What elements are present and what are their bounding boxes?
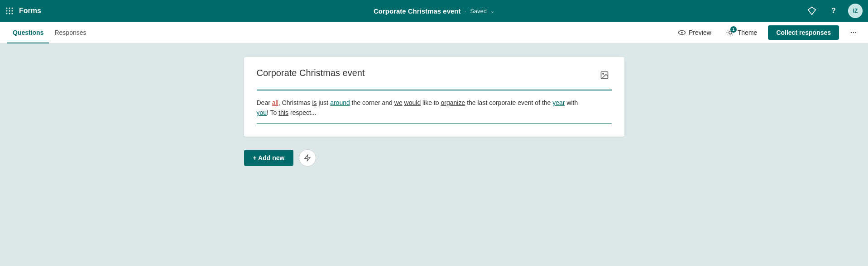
ai-suggest-button[interactable] [299, 149, 316, 166]
desc-dear: Dear [257, 99, 272, 106]
add-new-button[interactable]: + Add new [244, 150, 294, 166]
app-title: Forms [19, 7, 41, 15]
desc-organize: organize [441, 99, 465, 106]
main-content: Corporate Christmas event Dear all, Chri… [0, 43, 868, 266]
add-new-label: + Add new [253, 154, 285, 162]
svg-point-3 [6, 10, 8, 12]
sub-nav-right: Preview 1 Theme Collect responses ··· [674, 25, 861, 40]
more-options-button[interactable]: ··· [846, 25, 861, 40]
nav-center: Corporate Christmas event - Saved ⌄ [374, 7, 494, 15]
help-icon-button[interactable]: ? [826, 4, 841, 18]
svg-point-11 [681, 32, 683, 33]
desc-liketo: like to [421, 99, 441, 106]
nav-separator: - [465, 7, 467, 14]
saved-label: Saved [470, 8, 487, 14]
form-card: Corporate Christmas event Dear all, Chri… [244, 57, 624, 137]
diamond-icon-button[interactable] [805, 4, 819, 18]
theme-button[interactable]: 1 Theme [722, 25, 761, 40]
desc-all: all [272, 99, 278, 106]
top-navbar: Forms Corporate Christmas event - Saved … [0, 0, 868, 22]
form-card-title: Corporate Christmas event [257, 68, 365, 78]
svg-point-6 [6, 13, 8, 14]
svg-point-2 [12, 8, 13, 9]
svg-point-1 [9, 8, 10, 9]
image-icon-button[interactable] [597, 68, 612, 82]
desc-christmas: , Christmas [278, 99, 312, 106]
collect-responses-button[interactable]: Collect responses [768, 25, 839, 40]
desc-just: just [317, 99, 331, 106]
desc-year: year [552, 99, 565, 106]
svg-point-0 [6, 8, 8, 9]
desc-we: we [394, 99, 403, 106]
tab-group: Questions Responses [7, 22, 92, 43]
svg-point-4 [9, 10, 10, 12]
desc-respect: respect... [288, 109, 316, 116]
desc-is: is [312, 99, 317, 106]
svg-marker-15 [305, 155, 310, 161]
desc-this: this [278, 109, 288, 116]
svg-point-8 [12, 13, 13, 14]
desc-tothis: ! To [267, 109, 278, 116]
add-section: + Add new [244, 149, 624, 166]
desc-corner: the corner and [350, 99, 394, 106]
svg-point-14 [602, 73, 604, 75]
desc-with: with [565, 99, 578, 106]
svg-point-7 [9, 13, 10, 14]
saved-chevron[interactable]: ⌄ [490, 8, 494, 14]
desc-around: around [330, 99, 350, 106]
nav-right-group: ? IZ [805, 4, 863, 18]
desc-would: would [404, 99, 421, 106]
form-title-divider [257, 90, 612, 90]
tab-questions[interactable]: Questions [7, 22, 49, 43]
sub-navbar: Questions Responses Preview 1 Theme [0, 22, 868, 43]
form-title-header: Corporate Christmas event [374, 7, 461, 15]
desc-last: the last corporate event of the [465, 99, 552, 106]
tab-responses[interactable]: Responses [49, 22, 91, 43]
preview-button[interactable]: Preview [674, 26, 715, 39]
grid-icon[interactable] [5, 7, 14, 15]
theme-badge: 1 [726, 28, 735, 37]
desc-you: you [257, 109, 267, 116]
theme-badge-count: 1 [730, 26, 737, 33]
form-description[interactable]: Dear all, Christmas is just around the c… [257, 98, 612, 124]
avatar[interactable]: IZ [848, 4, 863, 18]
svg-marker-9 [808, 7, 816, 15]
svg-point-5 [12, 10, 13, 12]
form-card-header: Corporate Christmas event [257, 68, 612, 82]
